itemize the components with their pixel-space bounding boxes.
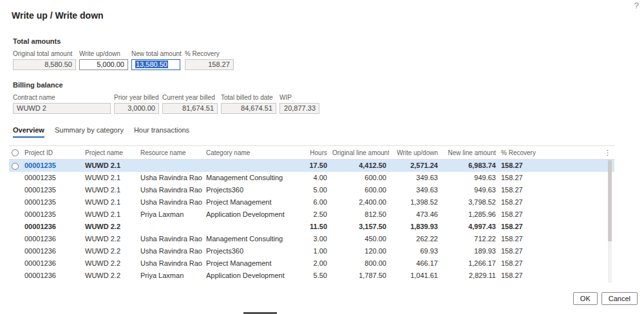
wip-field: WIP 20,877.33: [279, 94, 319, 114]
cell-category-name: [204, 221, 296, 233]
cell-new-line-amount: 1,285.96: [440, 208, 498, 221]
col-project-name[interactable]: Project name: [82, 146, 138, 160]
cell-recovery: 158.27: [498, 208, 549, 221]
grid-scrollbar-thumb[interactable]: [608, 160, 612, 241]
total-billed-to-date-label: Total billed to date: [221, 94, 276, 101]
current-year-billed-field: Current year billed 81,674.51: [162, 94, 218, 114]
col-project-id[interactable]: Project ID: [22, 146, 82, 160]
table-row[interactable]: 00001235 WUWD 2.1 Usha Ravindra Rao Proj…: [9, 196, 614, 208]
grid-options-icon[interactable]: ⋮: [604, 149, 612, 156]
table-row[interactable]: 00001235 WUWD 2.1 Usha Ravindra Rao Proj…: [9, 184, 614, 196]
cell-write-up-down: 262.22: [389, 233, 440, 245]
cell-new-line-amount: 2,829.11: [440, 270, 498, 282]
new-total-amount-input[interactable]: 13,580.50: [131, 59, 180, 70]
table-row[interactable]: 00001236 WUWD 2.2 Priya Laxman Applicati…: [9, 270, 614, 282]
contract-name-label: Contract name: [13, 94, 111, 101]
cell-project-name: WUWD 2.1: [82, 160, 138, 172]
recovery-percent-input: 158.27: [185, 59, 234, 70]
table-row[interactable]: 00001236 WUWD 2.2 Usha Ravindra Rao Mana…: [9, 233, 614, 245]
cell-original-line-amount: 600.00: [330, 172, 389, 184]
cell-resource-name: Usha Ravindra Rao: [138, 184, 204, 196]
cell-category-name: Application Development: [204, 270, 296, 282]
cell-recovery: 158.27: [498, 270, 549, 282]
cell-project-name: WUWD 2.1: [82, 208, 138, 221]
cell-project-id[interactable]: 00001235: [22, 208, 82, 221]
col-hours[interactable]: Hours: [296, 146, 330, 160]
cell-resource-name: [138, 221, 204, 233]
prior-year-billed-field: Prior year billed 3,000.00: [114, 94, 159, 114]
write-up-down-dialog: ? Write up / Write down Total amounts Or…: [0, 0, 644, 314]
cancel-button[interactable]: Cancel: [601, 292, 638, 305]
wip-label: WIP: [279, 94, 319, 101]
tab-hour-transactions[interactable]: Hour transactions: [134, 126, 189, 138]
cell-project-id[interactable]: 00001236: [22, 233, 82, 245]
cell-write-up-down: 1,839.93: [389, 221, 440, 233]
col-original-line-amount[interactable]: Original line amount: [330, 146, 389, 160]
cell-filler: [549, 245, 614, 257]
table-row[interactable]: 00001236 WUWD 2.2 11.50 3,157.50 1,839.9…: [9, 221, 614, 233]
prior-year-billed-label: Prior year billed: [114, 94, 159, 101]
cell-filler: [549, 233, 614, 245]
table-row[interactable]: 00001236 WUWD 2.2 Usha Ravindra Rao Proj…: [9, 245, 614, 257]
table-row[interactable]: 00001235 WUWD 2.1 Priya Laxman Applicati…: [9, 208, 614, 221]
col-write-up-down[interactable]: Write up/down: [389, 146, 440, 160]
cell-project-id[interactable]: 00001235: [22, 160, 82, 172]
cell-project-id[interactable]: 00001235: [22, 172, 82, 184]
cell-category-name: Management Consulting: [204, 233, 296, 245]
col-category-name[interactable]: Category name: [204, 146, 296, 160]
cell-category-name: Application Development: [204, 208, 296, 221]
new-total-amount-field: New total amount 13,580.50: [131, 50, 182, 70]
help-icon[interactable]: ?: [634, 1, 639, 10]
table-row[interactable]: 00001236 WUWD 2.2 Usha Ravindra Rao Proj…: [9, 257, 614, 270]
cell-hours: 4.00: [296, 172, 330, 184]
grid-body: 00001235 WUWD 2.1 17.50 4,412.50 2,571.2…: [9, 160, 614, 282]
cell-original-line-amount: 120.00: [330, 245, 389, 257]
grid-scrollbar[interactable]: [608, 160, 612, 282]
tab-overview[interactable]: Overview: [13, 126, 44, 138]
total-billed-to-date-field: Total billed to date 84,674.51: [221, 94, 276, 114]
table-row[interactable]: 00001235 WUWD 2.1 Usha Ravindra Rao Mana…: [9, 172, 614, 184]
page-title: Write up / Write down: [12, 10, 104, 21]
cell-category-name: Projects360: [204, 184, 296, 196]
select-all-radio[interactable]: [12, 149, 19, 156]
cell-project-name: WUWD 2.2: [82, 257, 138, 270]
cell-original-line-amount: 812.50: [330, 208, 389, 221]
ok-button[interactable]: OK: [573, 292, 598, 305]
cell-recovery: 158.27: [498, 233, 549, 245]
cell-new-line-amount: 6,983.74: [440, 160, 498, 172]
cell-project-id[interactable]: 00001236: [22, 221, 82, 233]
cell-resource-name: Usha Ravindra Rao: [138, 257, 204, 270]
recovery-percent-field: % Recovery 158.27: [185, 50, 234, 70]
cell-resource-name: Usha Ravindra Rao: [138, 233, 204, 245]
new-total-amount-label: New total amount: [131, 50, 182, 57]
cell-new-line-amount: 949.63: [440, 184, 498, 196]
cell-write-up-down: 1,398.52: [389, 196, 440, 208]
col-resource-name[interactable]: Resource name: [138, 146, 204, 160]
write-up-down-input[interactable]: 5,000.00: [79, 59, 128, 70]
cell-category-name: Project Management: [204, 257, 296, 270]
cell-hours: 11.50: [296, 221, 330, 233]
col-new-line-amount[interactable]: New line amount: [440, 146, 498, 160]
tab-strip: Overview Summary by category Hour transa…: [13, 126, 189, 138]
cell-filler: [549, 257, 614, 270]
row-radio[interactable]: [12, 163, 19, 170]
cell-hours: 6.00: [296, 196, 330, 208]
cell-project-id[interactable]: 00001236: [22, 245, 82, 257]
footer-buttons: OK Cancel: [573, 292, 638, 305]
cell-project-id[interactable]: 00001236: [22, 270, 82, 282]
cell-write-up-down: 69.93: [389, 245, 440, 257]
cell-project-id[interactable]: 00001235: [22, 196, 82, 208]
cell-new-line-amount: 3,798.52: [440, 196, 498, 208]
tab-summary-by-category[interactable]: Summary by category: [55, 126, 124, 138]
table-row[interactable]: 00001235 WUWD 2.1 17.50 4,412.50 2,571.2…: [9, 160, 614, 172]
cell-filler: [549, 196, 614, 208]
cell-project-id[interactable]: 00001236: [22, 257, 82, 270]
cell-project-id[interactable]: 00001235: [22, 184, 82, 196]
cell-category-name: [204, 160, 296, 172]
cell-filler: [549, 184, 614, 196]
cell-original-line-amount: 2,400.00: [330, 196, 389, 208]
cell-hours: 17.50: [296, 160, 330, 172]
col-recovery[interactable]: % Recovery: [498, 146, 549, 160]
wip-input: 20,877.33: [279, 103, 319, 114]
recovery-percent-label: % Recovery: [185, 50, 234, 57]
